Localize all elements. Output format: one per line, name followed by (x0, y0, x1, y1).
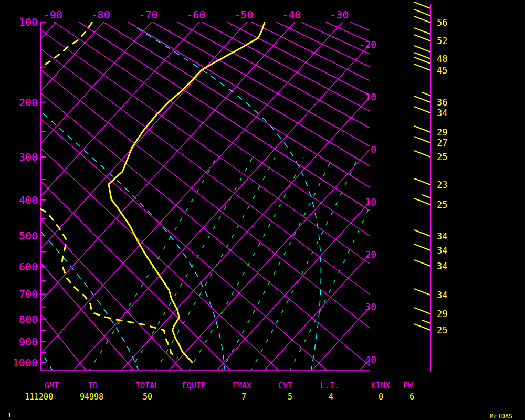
wind-barb (414, 64, 430, 70)
wind-speed-label: 45 (437, 65, 447, 76)
dry-adiabat-line (153, 22, 525, 370)
pressure-label: 1000 (13, 356, 38, 369)
temperature-label-right: 10 (365, 196, 376, 207)
wind-barb (414, 107, 430, 113)
wind-barb (414, 260, 430, 266)
dry-adiabat-line (202, 22, 525, 370)
pressure-label: 100 (19, 16, 38, 28)
temperature-label-right: 40 (365, 354, 376, 365)
stat-label-fmax: FMAX (233, 381, 251, 391)
wind-speed-label: 27 (437, 138, 447, 148)
dry-adiabat-line (251, 22, 525, 370)
wind-speed-label: 29 (437, 127, 447, 138)
pressure-label: 800 (19, 313, 38, 326)
stat-label-equip: EQUIP (182, 381, 206, 391)
dry-adiabat-line (0, 22, 279, 370)
stat-label-id: ID (88, 381, 98, 391)
stat-label-li: L.I. (320, 381, 339, 391)
dry-adiabat-line (177, 22, 525, 370)
wind-speed-label: 34 (437, 290, 447, 300)
pressure-label: 900 (19, 335, 38, 348)
wind-speed-label: 34 (437, 108, 447, 118)
wind-speed-label: 25 (437, 325, 447, 335)
temperature-label-right: 20 (365, 249, 376, 260)
wind-barb (414, 151, 430, 157)
wind-barb (414, 289, 430, 295)
pressure-label: 200 (19, 96, 38, 109)
dry-adiabat-line (375, 22, 525, 370)
wind-barb (414, 9, 430, 16)
dry-adiabat-line (54, 22, 525, 370)
wind-barb (414, 230, 430, 236)
wind-half-barb (422, 195, 430, 198)
mixing-ratio-lines (89, 158, 392, 372)
wind-barb (414, 244, 430, 250)
wind-barb (414, 136, 430, 143)
mcidas-logo: McIDAS (490, 413, 512, 420)
pressure-label: 600 (19, 260, 38, 273)
pressure-label: 400 (19, 194, 38, 206)
temperature-label-top: -40 (282, 8, 301, 21)
temperature-label-top: -30 (330, 8, 349, 21)
stat-value-li: 4 (329, 392, 333, 402)
wind-barb (414, 28, 430, 34)
temperature-label-top: -60 (186, 8, 205, 21)
frame-number: 1 (7, 411, 12, 419)
wind-half-barb (422, 92, 430, 96)
mixing-ratio-line (250, 158, 358, 372)
stat-label-pw: PW (403, 381, 413, 391)
dry-adiabat-line (5, 22, 471, 370)
dry-adiabat-line (0, 22, 327, 370)
stat-value-fmax: 7 (242, 392, 246, 402)
wind-barb (414, 178, 430, 185)
wind-barb (414, 16, 430, 23)
dewpoint-trace (40, 208, 177, 358)
wind-speed-label: 29 (437, 309, 447, 319)
wind-speed-label: 34 (437, 245, 447, 256)
temperature-label-top: -50 (234, 8, 253, 21)
wind-speed-label: 25 (437, 152, 447, 162)
stat-value-gmt: 111200 (25, 392, 53, 402)
stat-value-kinx: 0 (379, 392, 383, 402)
stat-value-total: 50 (143, 392, 152, 402)
wind-barb (414, 324, 430, 330)
stat-label-kinx: KINX (371, 381, 390, 391)
wind-speed-label: 56 (437, 17, 447, 28)
wind-barb (414, 308, 430, 314)
stat-value-pw: 6 (410, 392, 414, 402)
mixing-ratio-line (155, 158, 275, 372)
dry-adiabat-line (0, 22, 86, 370)
isotherm-line (312, 22, 525, 370)
isotherm-line (265, 22, 525, 370)
temperature-label-right: 0 (371, 144, 376, 155)
wind-speed-label: 23 (437, 180, 447, 190)
wind-barb (414, 198, 430, 205)
pressure-label: 700 (19, 288, 38, 300)
wind-barb (414, 46, 430, 52)
wind-speed-label: 34 (437, 261, 447, 271)
wind-speed-label: 36 (437, 97, 447, 108)
temperature-label-top: -70 (139, 8, 158, 21)
dry-adiabat-line (79, 22, 525, 370)
wind-barb (414, 126, 430, 132)
wind-speed-label: 52 (437, 36, 447, 46)
wind-barb (414, 35, 430, 41)
moist-adiabat-lines (0, 25, 321, 372)
pressure-label: 500 (19, 229, 38, 242)
wind-profile (414, 2, 430, 372)
pressure-axis (40, 22, 370, 371)
temperature-label-right: 30 (365, 301, 376, 312)
wind-speed-label: 25 (437, 200, 447, 210)
stat-label-gmt: GMT (45, 381, 59, 391)
isotherm-line (74, 22, 390, 370)
wind-half-barb (422, 320, 430, 323)
skewt-chart: 1002003004005006007008009001000-90-80-70… (0, 0, 525, 420)
wind-barb (414, 2, 430, 8)
stat-value-id: 94998 (80, 392, 103, 402)
temperature-label-right: -20 (359, 39, 376, 50)
pressure-label: 300 (19, 151, 38, 163)
temperature-label-right: -10 (359, 91, 376, 102)
temperature-label-top: -80 (91, 8, 110, 21)
stat-value-cvt: 5 (288, 392, 292, 402)
isotherm-line (121, 22, 438, 370)
